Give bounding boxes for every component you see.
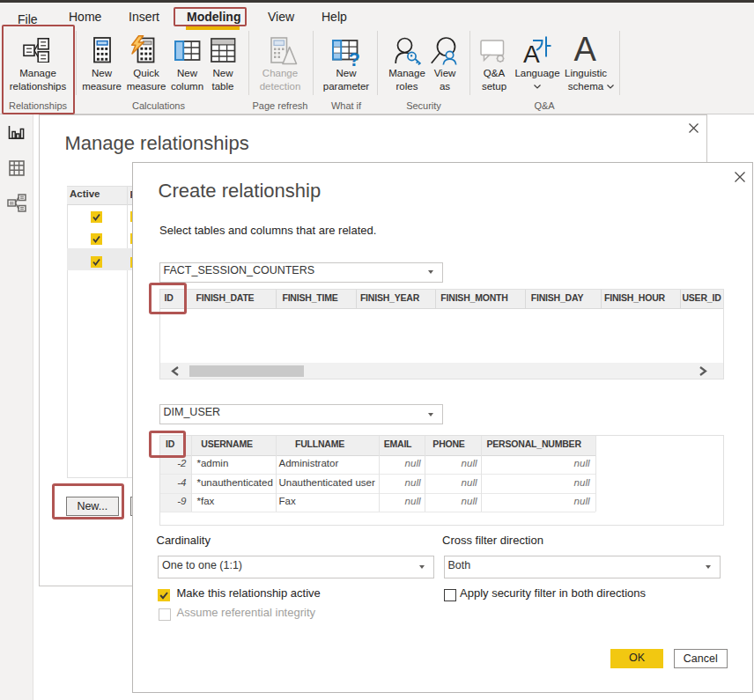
svg-text:?: ? [349,48,360,67]
